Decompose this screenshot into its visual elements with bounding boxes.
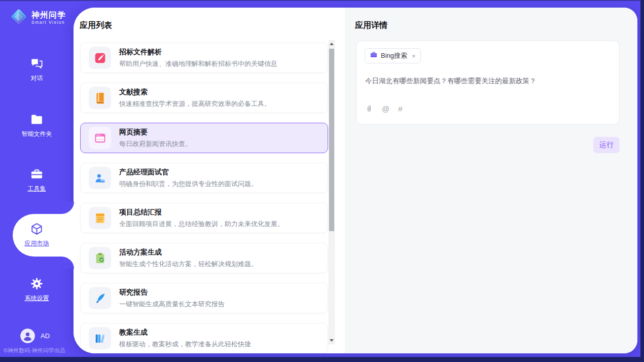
pen-square-icon [89, 47, 111, 69]
app-card-lesson-plan[interactable]: 教案生成模板驱动，教案秒成，教学准备从此轻松快捷 [80, 323, 328, 353]
app-card-title: 招标文件解析 [119, 48, 277, 57]
hash-icon[interactable]: # [398, 104, 402, 113]
tool-tag-label: Bing搜索 [381, 51, 407, 60]
prompt-card: Bing搜索 × 今日湖北有哪些新闻要点？有哪些需要关注的最新政策？ @# [356, 41, 620, 125]
scrollbar[interactable] [329, 40, 335, 344]
app-detail-title: 应用详情 [355, 20, 387, 31]
sidebar-item-label: 智能文件夹 [22, 130, 52, 138]
app-card-desc: 帮助用户快速、准确地理解和解析招标书中的关键信息 [119, 59, 277, 68]
app-list-panel: 应用列表 招标文件解析帮助用户快速、准确地理解和解析招标书中的关键信息文献搜索快… [74, 8, 345, 353]
app-card-literature-search[interactable]: 文献搜索快速精准查找学术资源，提高研究效率的必备工具。 [80, 83, 328, 113]
app-card-pm-interviewer[interactable]: 产品经理面试官明确身份和职责，为您提供专业性的面试问题。 [80, 163, 328, 193]
sidebar-item-label: 对话 [31, 74, 43, 83]
scroll-down-arrow[interactable] [329, 337, 334, 344]
user-avatar-icon [20, 329, 35, 343]
app-card-desc: 快速精准查找学术资源，提高研究效率的必备工具。 [119, 99, 271, 108]
brand-tagline: Smart Vision [31, 20, 66, 25]
app-card-desc: 智能生成个性化活动方案，轻松解决规划难题。 [119, 260, 258, 269]
app-card-web-summary[interactable]: </>网页摘要每日政府新闻资讯快查。 [80, 123, 328, 153]
app-list-title: 应用列表 [80, 20, 112, 31]
cube-icon [30, 222, 44, 236]
paperclip-icon[interactable] [365, 105, 373, 113]
app-list: 招标文件解析帮助用户快速、准确地理解和解析招标书中的关键信息文献搜索快速精准查找… [80, 43, 328, 353]
remove-tool-icon[interactable]: × [412, 53, 416, 59]
app-card-desc: 明确身份和职责，为您提供专业性的面试问题。 [119, 179, 258, 189]
window-right-edge [640, 0, 644, 362]
app-card-desc: 一键智能生成高质量长文本研究报告 [119, 300, 225, 309]
prompt-input[interactable]: 今日湖北有哪些新闻要点？有哪些需要关注的最新政策？ [365, 77, 612, 86]
toolbox-icon [30, 167, 44, 181]
user-account[interactable]: AD [20, 329, 50, 343]
sidebar-item-settings[interactable]: 系统设置 [0, 277, 74, 303]
composer-toolbar: @# [365, 104, 403, 113]
scrollbar-thumb[interactable] [329, 49, 334, 231]
app-card-title: 研究报告 [119, 288, 225, 297]
interviewer-icon [89, 167, 111, 189]
app-card-bid-analysis[interactable]: 招标文件解析帮助用户快速、准确地理解和解析招标书中的关键信息 [80, 43, 328, 73]
quill-icon [89, 287, 111, 309]
copyright-text: ©神州数码·神州问学出品 [4, 347, 65, 354]
folder-icon [30, 113, 44, 126]
chat-icon [30, 57, 44, 70]
sidebar-item-app-market[interactable]: 应用市场 [0, 222, 74, 248]
app-card-desc: 模板驱动，教案秒成，教学准备从此轻松快捷 [119, 340, 251, 349]
main-content: 应用列表 招标文件解析帮助用户快速、准确地理解和解析招标书中的关键信息文献搜索快… [74, 8, 637, 353]
app-card-research-report[interactable]: 研究报告一键智能生成高质量长文本研究报告 [80, 283, 328, 313]
app-card-project-summary[interactable]: 项目总结汇报全面回顾项目进展，总结经验教训，助力未来优化发展。 [80, 203, 328, 233]
sidebar: 神州问学 Smart Vision 对话智能文件夹工具集应用市场系统设置 AD … [0, 0, 74, 362]
sidebar-item-smart-folders[interactable]: 智能文件夹 [0, 113, 74, 138]
mention-icon[interactable]: @ [382, 104, 389, 113]
run-button[interactable]: 运行 [593, 137, 620, 153]
gear-icon [30, 277, 44, 291]
book-icon [89, 87, 111, 109]
app-card-title: 网页摘要 [119, 128, 192, 137]
window-bottom-bar [0, 357, 644, 362]
books-icon [89, 327, 111, 349]
user-name: AD [41, 332, 50, 340]
clipboard-check-icon [89, 247, 111, 269]
sidebar-item-label: 系统设置 [25, 294, 49, 303]
app-card-title: 教案生成 [119, 328, 251, 337]
memo-icon [89, 207, 111, 229]
app-card-title: 项目总结汇报 [119, 208, 284, 217]
app-card-title: 产品经理面试官 [119, 168, 258, 177]
app-card-event-plan[interactable]: 活动方案生成智能生成个性化活动方案，轻松解决规划难题。 [80, 243, 328, 273]
brand-logo: 神州问学 Smart Vision [9, 7, 66, 28]
svg-text:</>: </> [97, 137, 103, 141]
sidebar-item-label: 工具集 [28, 185, 46, 193]
sidebar-item-label: 应用市场 [25, 239, 49, 248]
app-detail-panel: 应用详情 Bing搜索 × 今日湖北有哪些新闻要点？有哪些需要关注的最新政策？ … [345, 8, 637, 353]
window-top-edge [0, 0, 644, 1]
app-card-title: 文献搜索 [119, 88, 271, 97]
tool-tag-bing-search[interactable]: Bing搜索 × [365, 48, 421, 63]
brand-name: 神州问学 [31, 11, 66, 20]
app-card-desc: 每日政府新闻资讯快查。 [119, 139, 192, 149]
sidebar-item-chat[interactable]: 对话 [0, 57, 74, 83]
app-card-desc: 全面回顾项目进展，总结经验教训，助力未来优化发展。 [119, 220, 284, 229]
sidebar-item-toolset[interactable]: 工具集 [0, 167, 74, 193]
briefcase-icon [370, 51, 378, 61]
app-card-title: 活动方案生成 [119, 248, 258, 257]
scroll-up-arrow[interactable] [329, 41, 334, 47]
browser-code-icon: </> [89, 127, 111, 149]
diamond-logo-icon [9, 7, 28, 28]
